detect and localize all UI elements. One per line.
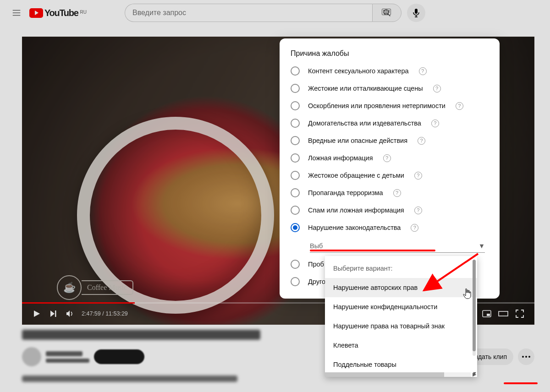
play-icon [33, 310, 41, 318]
radio-icon [291, 206, 300, 215]
report-option-1[interactable]: Жестокие или отталкивающие сцены? [283, 80, 496, 97]
report-option-9[interactable]: Нарушение законодательства? [283, 219, 496, 236]
svg-line-27 [424, 254, 478, 290]
option-label: Вредные или опасные действия [308, 137, 407, 144]
subscriber-count-blurred [46, 359, 89, 363]
radio-icon [291, 153, 300, 163]
svg-rect-8 [386, 11, 387, 12]
svg-rect-9 [387, 11, 388, 12]
region-code: RU [80, 10, 86, 15]
help-icon[interactable]: ? [433, 85, 441, 93]
help-icon[interactable]: ? [456, 102, 463, 110]
svg-rect-3 [386, 10, 387, 11]
theater-icon [498, 310, 508, 317]
help-icon[interactable]: ? [414, 207, 422, 214]
radio-icon [291, 260, 300, 269]
help-icon[interactable]: ? [393, 189, 401, 197]
youtube-logo[interactable]: YouTube RU [29, 8, 87, 18]
channel-watermark: ☕ Coffee Music [57, 275, 133, 300]
help-icon[interactable]: ? [419, 67, 427, 75]
theater-button[interactable] [495, 305, 512, 322]
video-title-blurred [22, 330, 260, 340]
help-icon[interactable]: ? [411, 224, 418, 232]
dropdown-item-4[interactable]: Поддельные товары [325, 355, 477, 374]
report-option-8[interactable]: Спам или ложная информация? [283, 201, 496, 219]
voice-search-button[interactable] [407, 4, 425, 22]
dropdown-hscroll-thumb[interactable] [325, 372, 444, 377]
time-display: 2:47:59 / 11:53:29 [82, 310, 128, 317]
svg-rect-10 [389, 11, 390, 12]
radio-icon [291, 277, 300, 286]
option-label: Ложная информация [308, 154, 373, 162]
channel-avatar[interactable] [22, 347, 41, 366]
help-icon[interactable]: ? [431, 120, 439, 127]
radio-icon [291, 136, 300, 145]
svg-point-26 [528, 356, 530, 358]
volume-icon [65, 309, 74, 318]
option-label: Проб [308, 261, 324, 268]
report-option-6[interactable]: Жестокое обращение с детьми? [283, 167, 496, 184]
more-icon [522, 356, 530, 358]
report-option-3[interactable]: Домогательства или издевательства? [283, 114, 496, 132]
dropdown-item-2[interactable]: Нарушение права на товарный знак [325, 316, 477, 336]
option-label: Контент сексуального характера [308, 67, 409, 75]
channel-name-blurred [46, 351, 82, 356]
svg-rect-14 [55, 310, 56, 317]
dropdown-item-3[interactable]: Клевета [325, 336, 477, 355]
option-label: Спам или ложная информация [308, 207, 404, 214]
more-actions-button[interactable] [518, 348, 534, 365]
svg-rect-2 [385, 10, 385, 11]
radio-icon [291, 84, 300, 93]
subscribe-button-blurred[interactable] [94, 349, 144, 364]
radio-icon [291, 171, 300, 180]
sub-select-text: Выб [310, 242, 323, 250]
mic-icon [412, 8, 420, 17]
svg-point-24 [522, 356, 524, 358]
chevron-down-icon: ▼ [478, 242, 485, 250]
search-input[interactable] [125, 4, 372, 22]
option-label: Нарушение законодательства [308, 224, 401, 231]
svg-rect-13 [415, 9, 418, 14]
radio-icon [291, 66, 300, 76]
miniplayer-button[interactable] [478, 305, 495, 322]
svg-rect-20 [487, 314, 490, 316]
menu-icon [11, 8, 22, 18]
help-icon[interactable]: ? [418, 137, 425, 145]
play-button[interactable] [28, 305, 45, 322]
help-icon[interactable]: ? [383, 154, 391, 162]
svg-rect-11 [384, 13, 389, 14]
option-label: Домогательства или издевательства [308, 120, 421, 127]
cursor-pointer-icon [463, 289, 472, 302]
volume-button[interactable] [61, 305, 78, 322]
description-blurred [22, 376, 237, 382]
next-icon [49, 310, 57, 318]
radio-icon [291, 188, 300, 197]
miniplayer-icon [482, 310, 491, 317]
report-option-5[interactable]: Ложная информация? [283, 149, 496, 167]
coffee-cup-icon: ☕ [57, 275, 82, 300]
option-label: Жестокое обращение с детьми [308, 172, 404, 179]
svg-rect-21 [499, 311, 508, 316]
annotation-arrow [414, 251, 483, 297]
topbar: YouTube RU [0, 0, 550, 26]
dropdown-item-1[interactable]: Нарушение конфиденциальности [325, 297, 477, 316]
svg-rect-7 [385, 11, 385, 12]
keyboard-icon[interactable] [382, 8, 391, 17]
dialog-title: Причина жалобы [280, 49, 500, 60]
menu-button[interactable] [7, 4, 26, 22]
report-option-4[interactable]: Вредные или опасные действия? [283, 132, 496, 149]
option-label: Пропаганда терроризма [308, 189, 383, 196]
radio-icon [291, 119, 300, 128]
fullscreen-button[interactable] [512, 305, 528, 322]
report-option-0[interactable]: Контент сексуального характера? [283, 62, 496, 80]
report-option-2[interactable]: Оскорбления или проявления нетерпимости? [283, 97, 496, 114]
report-option-7[interactable]: Пропаганда терроризма? [283, 184, 496, 201]
annotation-underline-2 [504, 382, 538, 384]
svg-rect-1 [383, 10, 384, 11]
next-button[interactable] [45, 305, 61, 322]
option-label: Жестокие или отталкивающие сцены [308, 85, 423, 92]
svg-point-25 [525, 356, 527, 358]
dropdown-hscroll-right-icon[interactable]: ▶ [473, 371, 476, 377]
help-icon[interactable]: ? [414, 172, 422, 180]
radio-icon [291, 101, 300, 110]
